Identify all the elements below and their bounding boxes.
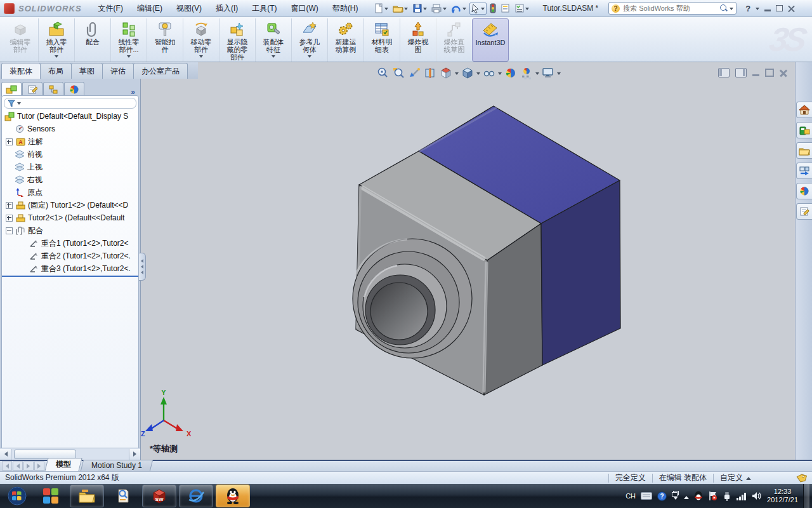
tab-propertymanager[interactable] (22, 82, 43, 97)
edit-appearance-icon[interactable] (504, 67, 518, 79)
chevron-down-icon[interactable] (481, 8, 485, 12)
next-tab-button[interactable] (23, 461, 34, 471)
chevron-down-icon[interactable] (272, 55, 275, 60)
tab-motion-study-1[interactable]: Motion Study 1 (81, 460, 154, 471)
menu-insert[interactable]: 插入(I) (209, 1, 244, 16)
chevron-down-icon[interactable] (462, 8, 466, 12)
qq-button[interactable] (216, 485, 250, 507)
chevron-down-icon[interactable] (443, 8, 447, 12)
chevron-down-icon[interactable] (127, 55, 131, 60)
network-signal-icon[interactable] (737, 492, 747, 500)
volume-icon[interactable] (752, 491, 762, 500)
tree-row-sensors[interactable]: Sensors (2, 123, 138, 135)
tab-sketch[interactable]: 草图 (71, 63, 103, 79)
menu-tools[interactable]: 工具(T) (246, 1, 283, 16)
hide-show-items-icon[interactable] (482, 67, 496, 79)
show-desktop-button[interactable] (803, 484, 809, 508)
solidworks-taskbar-button[interactable]: SW (142, 485, 176, 507)
tree-row-mate2[interactable]: 重合2 (Tutor1<2>,Tutor2<. (2, 250, 138, 262)
power-plug-icon[interactable] (723, 491, 731, 501)
view-orientation-icon[interactable] (439, 67, 453, 79)
chevron-down-icon[interactable] (525, 8, 529, 12)
file-properties-button[interactable] (499, 3, 511, 14)
internet-explorer-button[interactable] (179, 485, 213, 507)
start-button[interactable] (3, 485, 32, 507)
solidworks-resources-tab[interactable] (796, 102, 812, 118)
doc-restore-button[interactable] (765, 69, 774, 77)
instant3d-button[interactable]: Instant3D (472, 18, 509, 62)
tree-row-mate1[interactable]: 重合1 (Tutor1<2>,Tutor2< (2, 237, 138, 250)
search-icon[interactable] (720, 4, 728, 12)
assembly-features-button[interactable]: 装配体 特征 (255, 18, 291, 62)
chevron-down-icon[interactable] (498, 72, 502, 77)
collapse-icon[interactable] (6, 227, 13, 234)
menu-view[interactable]: 视图(V) (170, 1, 208, 16)
print-button[interactable] (430, 3, 448, 14)
pane-left-button[interactable] (718, 68, 730, 77)
tab-displaymanager[interactable] (64, 82, 84, 97)
view-palette-tab[interactable] (796, 163, 812, 179)
chevron-down-icon[interactable] (423, 8, 427, 12)
tree-row-mate3[interactable]: 重合3 (Tutor1<2>,Tutor2<. (2, 262, 138, 275)
chevron-down-icon[interactable] (756, 8, 759, 12)
search-input[interactable] (622, 4, 718, 13)
scroll-left-button[interactable] (0, 449, 11, 460)
rebuild-button[interactable] (488, 3, 497, 14)
tab-layout[interactable]: 布局 (40, 63, 72, 79)
tree-row-origin[interactable]: 原点 (2, 186, 138, 199)
scroll-right-button[interactable] (129, 449, 140, 460)
tree-filter-bar[interactable] (4, 98, 136, 109)
custom-properties-tab[interactable] (796, 203, 812, 220)
smart-fasteners-button[interactable]: 智能扣 件 (147, 18, 183, 62)
undo-button[interactable] (450, 3, 468, 14)
apply-scene-icon[interactable] (520, 67, 534, 79)
chevron-down-icon[interactable] (55, 55, 58, 60)
tab-office-products[interactable]: 办公室产品 (133, 63, 188, 79)
chevron-down-icon[interactable] (455, 72, 459, 77)
chevron-down-icon[interactable] (535, 72, 539, 77)
move-component-button[interactable]: 移动零 部件 (183, 18, 219, 62)
chevron-up-icon[interactable] (746, 474, 751, 480)
rollback-bar[interactable] (2, 276, 138, 277)
tree-row-front-plane[interactable]: 前视 (2, 148, 138, 161)
tag-icon[interactable] (796, 474, 807, 483)
menu-file[interactable]: 文件(F) (92, 1, 129, 16)
select-tool-button[interactable] (469, 3, 487, 15)
new-document-button[interactable] (372, 3, 390, 14)
chevron-down-icon[interactable] (476, 72, 480, 77)
section-view-icon[interactable] (423, 67, 437, 79)
qq-tray-icon[interactable] (694, 491, 703, 501)
help-button[interactable]: ? (745, 4, 750, 13)
first-tab-button[interactable] (2, 461, 12, 471)
tab-configurationmanager[interactable] (43, 82, 63, 97)
bill-of-materials-button[interactable]: 材料明 细表 (363, 18, 400, 62)
chevron-down-icon[interactable] (404, 8, 408, 12)
keyboard-icon[interactable] (641, 492, 652, 500)
doc-close-button[interactable] (780, 69, 787, 77)
show-hidden-icons-button[interactable] (684, 493, 689, 499)
menu-help[interactable]: 帮助(H) (326, 1, 365, 16)
minimize-button[interactable] (764, 10, 771, 11)
options-button[interactable] (513, 3, 530, 14)
save-button[interactable] (411, 3, 428, 14)
expand-icon[interactable] (6, 138, 13, 145)
design-library-tab[interactable] (796, 122, 812, 138)
menu-edit[interactable]: 编辑(E) (131, 1, 169, 16)
tree-row-right-plane[interactable]: 右视 (2, 173, 138, 186)
exploded-view-button[interactable]: 爆炸视 图 (400, 18, 436, 62)
help-tray-icon[interactable]: ? (657, 491, 667, 501)
reference-geometry-button[interactable]: 参考几 何体 (291, 18, 327, 62)
tab-featuremanager[interactable] (1, 82, 22, 97)
language-indicator[interactable]: CH (625, 492, 636, 500)
tree-row-tutor1[interactable]: (固定) Tutor1<2> (Default<<D (2, 199, 138, 211)
restore-window-tray-icon[interactable] (672, 491, 679, 502)
tree-row-tutor2[interactable]: Tutor2<1> (Default<<Default (2, 211, 138, 224)
close-button[interactable] (788, 5, 795, 12)
app-grid-button[interactable] (34, 485, 67, 507)
view-settings-icon[interactable] (541, 67, 555, 79)
chevron-down-icon[interactable] (557, 72, 561, 77)
graphics-viewport[interactable]: Y X Z (141, 62, 795, 460)
search-doc-button[interactable] (107, 485, 140, 507)
action-center-flag-icon[interactable] (708, 491, 717, 501)
chevron-down-icon[interactable] (17, 102, 21, 107)
